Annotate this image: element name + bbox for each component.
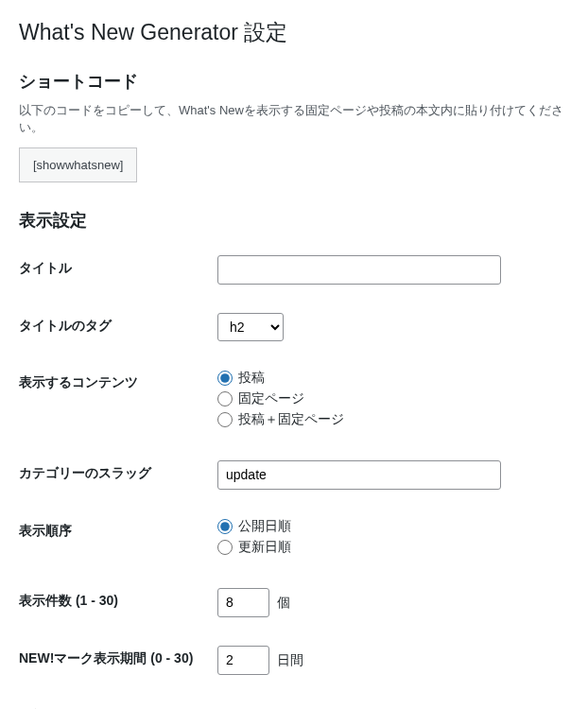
order-radio-publish[interactable] [217, 519, 233, 534]
page-title: What's New Generator 設定 [19, 9, 569, 51]
order-modified-text: 更新日順 [238, 539, 291, 556]
new-period-label: NEW!マーク表示期間 (0 - 30) [19, 631, 208, 689]
title-tag-label: タイトルのタグ [19, 299, 208, 355]
count-label: 表示件数 (1 - 30) [19, 574, 208, 631]
title-input[interactable] [217, 255, 501, 285]
category-slug-input[interactable] [217, 460, 501, 490]
order-publish-text: 公開日順 [238, 518, 291, 535]
count-input[interactable] [217, 588, 269, 617]
title-tag-select[interactable]: h2 [217, 313, 284, 341]
content-type-post-text: 投稿 [238, 370, 265, 387]
content-type-radio-page[interactable] [217, 391, 233, 406]
content-type-radio-post[interactable] [217, 371, 233, 386]
settings-form-table: タイトル タイトルのタグ h2 表示するコンテンツ 投稿 固定ページ [19, 241, 569, 709]
content-type-radio-both[interactable] [217, 412, 233, 427]
content-type-page-text: 固定ページ [238, 390, 304, 407]
shortcode-description: 以下のコードをコピーして、What's Newを表示する固定ページや投稿の本文内… [19, 102, 569, 136]
shortcode-heading: ショートコード [19, 70, 569, 93]
order-option-publish[interactable]: 公開日順 [217, 518, 560, 535]
new-period-suffix: 日間 [277, 652, 303, 667]
order-radio-modified[interactable] [217, 540, 233, 555]
order-option-modified[interactable]: 更新日順 [217, 539, 560, 556]
title-label: タイトル [19, 241, 208, 299]
new-period-input[interactable] [217, 646, 269, 675]
count-suffix: 個 [277, 595, 290, 610]
display-settings-heading: 表示設定 [19, 209, 569, 232]
mark-latest-label: 最新記事にNEW!マークをつける [19, 689, 208, 709]
shortcode-display: [showwhatsnew] [19, 147, 137, 182]
order-label: 表示順序 [19, 504, 208, 574]
category-slug-label: カテゴリーのスラッグ [19, 446, 208, 504]
content-type-option-both[interactable]: 投稿＋固定ページ [217, 411, 560, 428]
content-type-option-post[interactable]: 投稿 [217, 370, 560, 387]
content-type-both-text: 投稿＋固定ページ [238, 411, 344, 428]
content-type-label: 表示するコンテンツ [19, 355, 208, 446]
content-type-option-page[interactable]: 固定ページ [217, 390, 560, 407]
